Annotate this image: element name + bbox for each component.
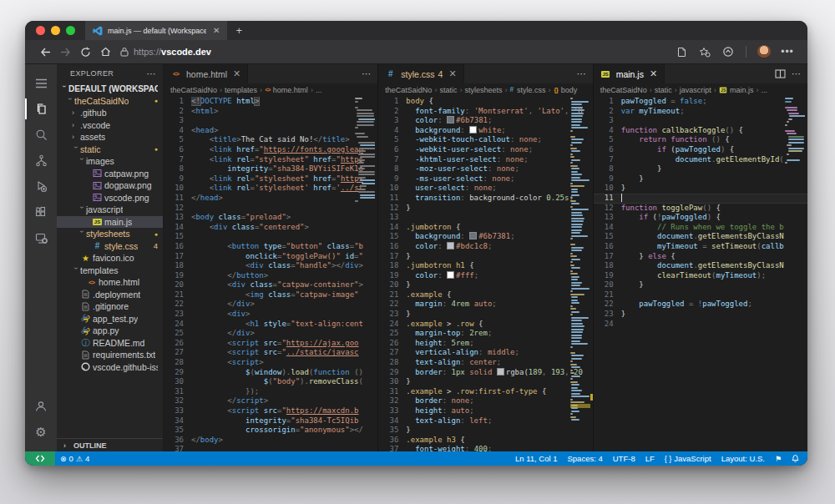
file-label: javascript (86, 204, 123, 214)
file--gitignore[interactable]: .gitignore (57, 300, 163, 313)
browser-tab[interactable]: main.js — default (Workspace) ✕ (85, 21, 227, 40)
folder-stylesheets[interactable]: ›stylesheets● (57, 228, 163, 240)
remote-explorer-icon[interactable] (25, 225, 57, 251)
split-editor-icon[interactable] (775, 67, 786, 82)
file-vscode-png[interactable]: vscode.png (57, 192, 163, 204)
code-line: 17 } else { (594, 252, 807, 262)
folder-templates[interactable]: ›templates (57, 265, 163, 277)
editor-more-actions[interactable]: ⋯ (362, 68, 371, 79)
file-app-test-py[interactable]: app_test.py (57, 313, 163, 325)
tab-home-html[interactable]: <>home.html✕ (164, 64, 248, 83)
file-dogpaw-png[interactable]: dogpaw.png (57, 179, 163, 192)
line-number: 20 (164, 280, 191, 290)
problems-indicator[interactable]: ⊗ 0 ⚠ 4 (55, 451, 94, 466)
address-bar[interactable]: https://vscode.dev (120, 47, 211, 57)
breadcrumb[interactable]: theCatSaidNo›static›stylesheets›#style.c… (378, 83, 592, 96)
file-home-html[interactable]: <>home.html (57, 276, 163, 289)
tab-close-icon[interactable]: ✕ (213, 26, 220, 35)
color-swatch (469, 126, 477, 134)
status-cursor-position[interactable]: Ln 11, Col 1 (510, 451, 563, 466)
explorer-more-actions[interactable]: ⋯ (147, 68, 156, 79)
new-tab-button[interactable]: + (227, 21, 250, 40)
outline-section[interactable]: › OUTLINE (57, 438, 163, 451)
minimap[interactable] (355, 98, 375, 451)
folder-thecatsaidno[interactable]: ›theCatSaidNo● (57, 95, 163, 108)
breadcrumb[interactable]: theCatSaidNo›static›javascript›JSmain.js… (594, 83, 807, 96)
editor-more-actions[interactable]: ⋯ (792, 68, 801, 79)
folder-static[interactable]: ›static● (57, 144, 163, 156)
minimap[interactable] (570, 98, 590, 451)
extensions-icon[interactable] (25, 199, 57, 225)
folder--github[interactable]: ›.github (57, 107, 163, 119)
feedback-button[interactable]: ⚑ (770, 451, 787, 466)
folder-assets[interactable]: ›assets (57, 131, 163, 144)
line-number: 8 (164, 164, 191, 174)
tab-main-js[interactable]: JSmain.js✕ (594, 64, 665, 83)
reload-button[interactable] (75, 43, 95, 61)
file-requirements-txt[interactable]: requirements.txt (57, 349, 163, 361)
page-icon[interactable] (671, 43, 691, 61)
code-line: 18 <div class="handle"></div> (164, 261, 377, 271)
code-editor-home-html[interactable]: 1<!DOCTYPE html>2<html>34<head>5 <title>… (164, 96, 377, 451)
file-vscode-github-issues[interactable]: vscode.github-issues (57, 361, 163, 374)
code-editor-main-js[interactable]: 1pawToggled = false;2var myTimeout;34fun… (594, 96, 807, 451)
breadcrumb-separator: › (675, 86, 677, 94)
line-number: 34 (164, 416, 191, 426)
file-label: main.js (104, 217, 132, 227)
file--deployment[interactable]: .deployment (57, 289, 163, 301)
close-window-button[interactable] (36, 26, 45, 35)
browser-more-menu[interactable]: ••• (777, 43, 797, 61)
menu-icon[interactable] (25, 70, 57, 96)
editor-group-style-css: #style.css4✕⋯theCatSaidNo›static›stylesh… (377, 64, 592, 451)
code-editor-style-css[interactable]: 1body {2 font-family: 'Montserrat', 'Lat… (378, 96, 592, 451)
file-readme-md[interactable]: ⓘREADME.md (57, 337, 163, 350)
folder-images[interactable]: ›images (57, 155, 163, 168)
folder-default-workspace-[interactable]: ›DEFAULT (WORKSPACE) (57, 83, 163, 95)
close-icon[interactable]: ✕ (448, 68, 456, 79)
file-label: theCatSaidNo (74, 96, 129, 106)
breadcrumb[interactable]: theCatSaidNo›templates›<>home.html›... (164, 83, 377, 96)
file-style-css[interactable]: #style.css4 (57, 240, 163, 253)
file-catpaw-png[interactable]: catpaw.png (57, 168, 163, 180)
code-line: 21.example { (378, 290, 592, 300)
minimap[interactable] (785, 98, 805, 451)
file-favicon-ico[interactable]: ★favicon.ico (57, 252, 163, 265)
explorer-icon[interactable] (25, 96, 57, 122)
back-button[interactable] (35, 43, 55, 61)
file-main-js[interactable]: JSmain.js (57, 216, 163, 229)
status-language[interactable]: { }JavaScript (660, 451, 716, 466)
browser-extension-icon[interactable] (718, 43, 738, 61)
code-line: 37 (164, 445, 377, 451)
folder--vscode[interactable]: ›.vscode (57, 119, 163, 132)
line-number: 21 (594, 290, 621, 300)
settings-gear-icon[interactable]: ⚙ (25, 419, 57, 445)
code-line: 3 (594, 116, 807, 126)
close-icon[interactable]: ✕ (233, 68, 240, 79)
favorites-icon[interactable] (695, 43, 715, 61)
minimize-window-button[interactable] (51, 26, 60, 35)
forward-button[interactable] (55, 43, 75, 61)
code-line: 19 </button> (164, 271, 377, 281)
zoom-window-button[interactable] (66, 26, 75, 35)
file-app-py[interactable]: app.py (57, 325, 163, 337)
line-number: 16 (164, 242, 191, 252)
status-indentation[interactable]: Spaces: 4 (563, 451, 608, 466)
home-button[interactable] (95, 43, 115, 61)
folder-javascript[interactable]: ›javascript (57, 204, 163, 216)
source-control-icon[interactable] (25, 148, 57, 174)
account-icon[interactable] (25, 393, 57, 419)
editor-more-actions[interactable]: ⋯ (577, 68, 586, 79)
status-keyboard-layout[interactable]: Layout: U.S. (716, 451, 770, 466)
search-icon[interactable] (25, 122, 57, 148)
profile-avatar[interactable] (754, 43, 774, 61)
remote-indicator[interactable] (25, 451, 55, 466)
line-number: 15 (164, 232, 191, 242)
close-icon[interactable]: ✕ (650, 68, 657, 79)
status-eol[interactable]: LF (640, 451, 660, 466)
notifications-bell[interactable] (787, 451, 804, 466)
tab-style-css[interactable]: #style.css4✕ (378, 64, 463, 83)
run-debug-icon[interactable] (25, 174, 57, 199)
code-line: 12 (164, 204, 377, 214)
info-file-icon: ⓘ (80, 337, 91, 349)
status-encoding[interactable]: UTF-8 (608, 451, 640, 466)
